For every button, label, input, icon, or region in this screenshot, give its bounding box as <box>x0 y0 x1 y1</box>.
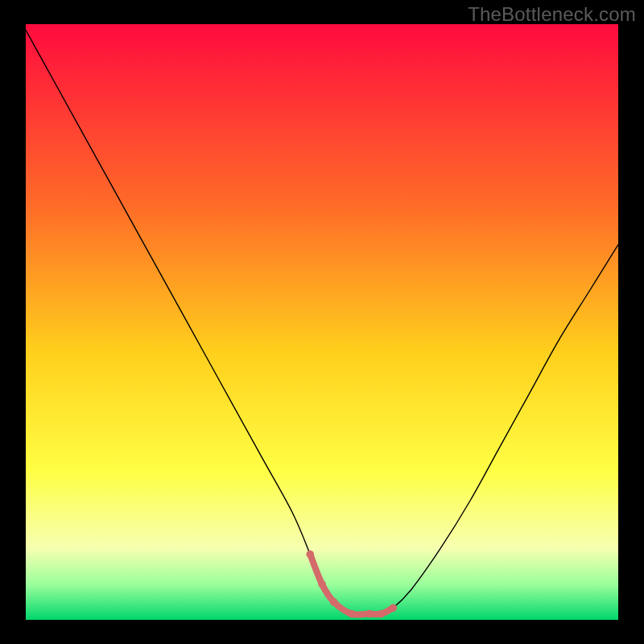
chart-frame: TheBottleneck.com <box>0 0 644 644</box>
bottleneck-curve <box>26 24 618 620</box>
svg-point-1 <box>306 551 314 559</box>
watermark-text: TheBottleneck.com <box>468 3 636 26</box>
svg-point-2 <box>318 580 326 588</box>
svg-point-5 <box>365 610 374 618</box>
svg-point-4 <box>348 610 356 618</box>
svg-point-7 <box>390 604 398 612</box>
svg-point-6 <box>378 610 386 618</box>
svg-point-3 <box>330 598 338 606</box>
plot-area <box>26 24 618 620</box>
